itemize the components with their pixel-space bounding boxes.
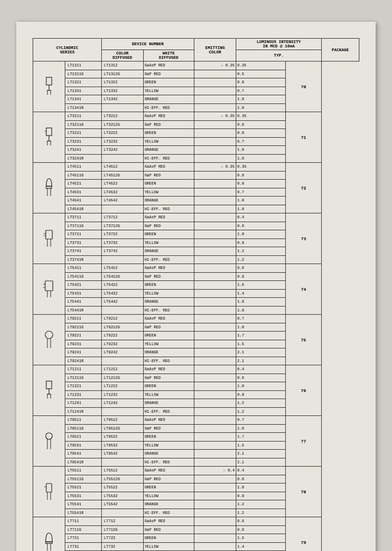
typ-val-2: 1.5 — [236, 441, 285, 450]
color-device: LT9211 — [65, 315, 101, 323]
color-device: LT9511 — [65, 416, 101, 425]
white-device: LT1212 — [101, 365, 143, 374]
led-icon-cell — [33, 112, 65, 163]
emitting-color: GREEN — [143, 483, 194, 492]
white-device: LT5422 — [101, 281, 143, 290]
emitting-color: GaAsP RED — [143, 213, 194, 222]
color-device: LT9541 — [65, 450, 101, 458]
white-device: LT1312G — [101, 70, 143, 78]
typ-val-1 — [194, 247, 236, 256]
typ-val-2: 0.7 — [236, 188, 285, 197]
table-row: LT1211LT1212GaAsP RED0.476 — [33, 365, 359, 374]
color-device: LT3741R — [65, 255, 101, 264]
emitting-color: GaP RED — [143, 70, 194, 78]
typ-val-2: 2.1 — [236, 458, 285, 467]
package: 79 — [285, 517, 321, 552]
color-device: LT3731 — [65, 238, 101, 247]
typ-val-2: 0.35 — [236, 62, 285, 70]
color-device: LT3721 — [65, 230, 101, 239]
color-device: LT1211 — [65, 365, 101, 374]
emitting-color: YELLOW — [143, 390, 194, 399]
typ-val-2: 1.0 — [236, 424, 285, 433]
color-device: LT1211G — [65, 374, 101, 382]
page: CYLINDRICSERIES DEVICE NUMBER EMITTINGCO… — [16, 22, 376, 551]
typ-val-1 — [194, 103, 236, 112]
color-device: LT9531 — [65, 441, 101, 450]
typ-val-1 — [194, 357, 236, 365]
color-device: LT4541R — [65, 205, 101, 213]
white-device: LT4512G — [101, 171, 143, 180]
emitting-color: GaP RED — [143, 323, 194, 332]
typ-val-2: 0.6 — [236, 517, 285, 526]
typ-val-1: – 0.35 — [194, 112, 236, 121]
package: 75 — [285, 315, 321, 365]
typ-val-2: 1.2 — [236, 255, 285, 264]
color-device: LT1341 — [65, 95, 101, 104]
typ-val-1 — [194, 517, 236, 526]
typ-val-1 — [194, 525, 236, 534]
typ-val-2: 1.5 — [236, 534, 285, 543]
typ-val-1 — [194, 306, 236, 315]
typ-val-2: 0.6 — [236, 374, 285, 382]
typ-val-1 — [194, 197, 236, 205]
typ-val-1 — [194, 289, 236, 298]
typ-val-2: 1.0 — [236, 103, 285, 112]
emitting-color: YELLOW — [143, 492, 194, 500]
typ-val-2: 0.6 — [236, 264, 285, 273]
typ-val-1 — [194, 509, 236, 517]
typ-val-1 — [194, 534, 236, 543]
color-device: LT711G — [65, 525, 101, 534]
color-device: LT1241R — [65, 407, 101, 416]
color-device: LT5521 — [65, 483, 101, 492]
emitting-color: GaP RED — [143, 374, 194, 382]
emitting-color: HI-EFF. RED — [143, 154, 194, 163]
emitting-color: GaAsP RED — [143, 517, 194, 526]
color-device: LT3241R — [65, 154, 101, 163]
typ-val-1 — [194, 222, 236, 230]
package: 71 — [285, 112, 321, 163]
typ-val-1 — [194, 95, 236, 104]
emitting-color: GaP RED — [143, 171, 194, 180]
typ-val-2: 2.1 — [236, 357, 285, 365]
typ-val-1 — [194, 492, 236, 500]
emitting-color: GREEN — [143, 534, 194, 543]
table-row: LT4511LT4512GaAsP RED– 0.350.3572 — [33, 163, 359, 172]
typ-val-1 — [194, 399, 236, 408]
white-device: LT712G — [101, 525, 143, 534]
emitting-color: HI-EFF. RED — [143, 255, 194, 264]
color-device: LT5511G — [65, 475, 101, 483]
col-package: PACKAGE — [322, 39, 359, 62]
white-device: LT5512 — [101, 467, 143, 475]
color-device: LT4531 — [65, 188, 101, 197]
col-color-diffused: COLORDIFFUSED — [101, 50, 143, 62]
typ-val-2: 0.6 — [236, 120, 285, 129]
white-device — [101, 407, 143, 416]
color-device: LT3211G — [65, 120, 101, 129]
typ-val-1 — [194, 500, 236, 509]
table-row: LT9211LT9212GaAsP RED0.775 — [33, 315, 359, 323]
white-device — [101, 255, 143, 264]
emitting-color: GREEN — [143, 281, 194, 290]
color-device: LT5541R — [65, 509, 101, 517]
table-row: LT3711LT3712GaAsP RED0.473 — [33, 213, 359, 222]
typ-val-2: 1.0 — [236, 205, 285, 213]
emitting-color: YELLOW — [143, 87, 194, 95]
color-device: LT9211G — [65, 323, 101, 332]
color-device: LT4541 — [65, 197, 101, 205]
table-row: LT1311LT1312GaAsP RED– 0.350.3570 — [33, 62, 359, 70]
led-icon-cell — [33, 365, 65, 416]
white-device: LT1332 — [101, 87, 143, 95]
typ-val-2: 1.2 — [236, 399, 285, 408]
white-device: LT5412 — [101, 264, 143, 273]
typ-val-2: 1.2 — [236, 247, 285, 256]
svg-rect-19 — [45, 281, 53, 291]
color-device: LT9221 — [65, 332, 101, 340]
emitting-color: YELLOW — [143, 137, 194, 146]
package: 73 — [285, 213, 321, 264]
emitting-color: YELLOW — [143, 441, 194, 450]
typ-val-2: 2.1 — [236, 348, 285, 357]
emitting-color: GaP RED — [143, 475, 194, 483]
white-device: LT9242 — [101, 348, 143, 357]
typ-val-1 — [194, 407, 236, 416]
package: 77 — [285, 416, 321, 467]
